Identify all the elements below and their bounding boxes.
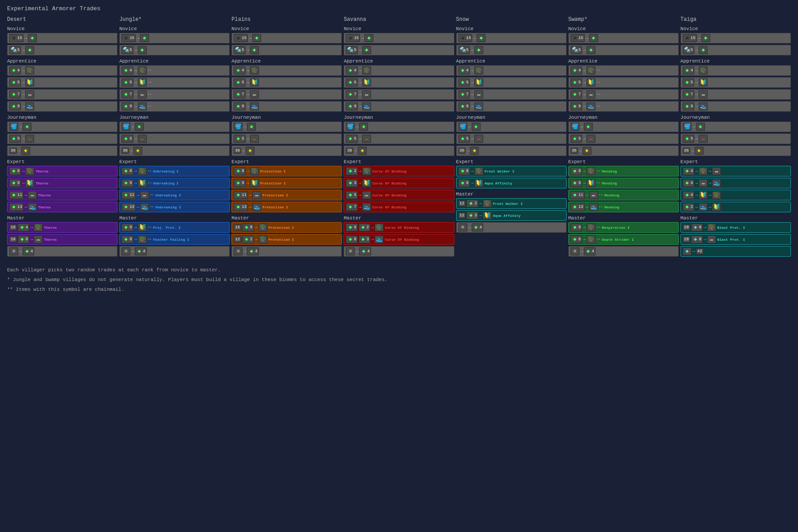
trade-row: ◆11 → ▬ Protection I — [231, 190, 342, 200]
trade-row: ◆9 → 🪖 ** Respiration I — [568, 222, 679, 233]
trade-row: ◆5 → ▬ — [681, 133, 791, 144]
trade-row: ◆5 → 🔰 — [7, 77, 117, 88]
trade-row: ◆5 → ▬ — [344, 133, 454, 144]
trade-row: ◆7 → ▬ ** — [119, 89, 230, 100]
trade-row: 🪣 → ◆ — [7, 121, 117, 132]
trade-row: 36 → ◆ — [681, 145, 791, 156]
trade-row: ◆11 → ▬ Thorns — [7, 190, 117, 200]
trade-row: ◆3 → 🔰 Curse Of Binding — [344, 178, 454, 188]
trade-row: ■ → ◆4 — [344, 246, 454, 257]
trade-row: 36 → ◆ — [7, 145, 117, 156]
trade-row: ◆6 ◆2 → 🪖 Curse Of Binding — [344, 222, 454, 233]
trade-row: ◆2 → 🪖 Curse Of Binding — [344, 166, 454, 176]
trade-row: ◆4 → 🪖 ** — [119, 65, 230, 76]
trade-row: ◆7 → ▬ — [681, 89, 791, 100]
trade-row: 🔩5 → ◆ — [231, 45, 342, 55]
trade-row: ◆5 → 🔰 ** — [568, 77, 679, 88]
trade-row: ◆8 → 🪖 ** Unbreaking I — [119, 166, 230, 176]
trade-row: ◆9 → 👟 — [231, 101, 342, 112]
trade-row: ◆8 → 🪖 ** Mending — [568, 166, 679, 176]
trade-row: 16 ◆4 → 🪖 Thorns — [7, 222, 117, 233]
trade-row: ◆9 → 🔰 ** Proj. Prot. I — [119, 222, 230, 233]
biomes-grid: Desert Novice ◼15 → ◆ 🔩5 → ◆ Apprentice … — [7, 16, 791, 257]
trade-row: 36 → ◆ — [119, 145, 230, 156]
trade-row: 🪣 → ◆ — [568, 121, 679, 132]
trade-row: 16 ◆8 → 🪖 Protection I — [231, 222, 342, 233]
trade-row: ◆9 → 🔰 Thorns — [7, 178, 117, 188]
biome-jungle: Jungle* Novice ◼15 → ◆ 🔩5 → ◆ Apprentice… — [119, 16, 230, 257]
biome-snow: Snow Novice ◼15 → ◆ 🔩5 → ◆ Apprentice ◆4… — [456, 16, 567, 257]
trade-row: ◆8 → 🪖 Frost Walker I — [456, 166, 567, 176]
trade-row: ■ → ◆4 — [456, 222, 567, 233]
trade-row: ◆7 → ▬ — [7, 89, 117, 100]
trade-row: ◆5 → ▬ — [456, 133, 567, 144]
trade-row: ◼15 → ◆ — [7, 33, 117, 43]
trade-row: 🪣 → ◆ — [456, 121, 567, 132]
trade-row: ◆5 → ▬ — [231, 133, 342, 144]
trade-row: ◆5 → ▬ — [7, 133, 117, 144]
trade-row: 12 ◆3 → 🔰 Aqua Affinity — [456, 210, 567, 221]
trade-row: ◆5 → 🔰 — [456, 77, 567, 88]
trade-row: ◆4 → 🪖 — [344, 65, 454, 76]
footnote-2: * Jungle and Swamp villages do not gener… — [7, 276, 791, 285]
trade-row: ◼15 → ◆ — [344, 33, 454, 43]
page-title: Experimental Armorer Trades — [7, 5, 791, 12]
trade-row: ◆8 → 🪖 ** Feather Falling I — [119, 234, 230, 245]
trade-row: ◆9 → 👟 — [7, 101, 117, 112]
trade-row: 🔩5 → ◆ — [568, 45, 679, 55]
trade-row: ◼15 → ◆ — [119, 33, 230, 43]
biome-desert: Desert Novice ◼15 → ◆ 🔩5 → ◆ Apprentice … — [7, 16, 117, 257]
trade-row: ◆8 → 🪖 ** Depth Strider I — [568, 234, 679, 245]
trade-row: ◆7 → ▬ — [456, 89, 567, 100]
trade-row: ◆9 → 🔰 ** Mending — [568, 178, 679, 188]
trade-row: ◆13 → 👟 ** Unbreaking I — [119, 202, 230, 212]
trade-row: ◆8 ◆3 → 👟 Curse Of Binding — [344, 234, 454, 245]
trade-row: ◆4 → 🪖 — [231, 65, 342, 76]
trade-row: ◼15 → ◆ — [568, 33, 679, 43]
footnotes: Each villager picks two random trades at… — [7, 266, 791, 294]
trade-row: ◆7 → ▬ ** — [568, 89, 679, 100]
trade-row: 🪣 → ◆ — [681, 121, 791, 132]
trade-row: 🪣 → ◆ — [344, 121, 454, 132]
footnote-1: Each villager picks two random trades at… — [7, 266, 791, 275]
trade-row: 🔩5 → ◆ — [456, 45, 567, 55]
trade-row: ◆4 → 🪖 ** — [568, 65, 679, 76]
trade-row: ■ → ◆4 — [119, 246, 230, 257]
trade-row: 🪣 → ◆ — [231, 121, 342, 132]
trade-row: ◆8 → 🪖 Thorns — [7, 166, 117, 176]
biome-savanna: Savanna Novice ◼15 → ◆ 🔩5 → ◆ Apprentice… — [344, 16, 454, 257]
trade-row: ■ → ◆4 — [568, 246, 679, 257]
trade-row: ◆5 → 🔰 — [231, 77, 342, 88]
trade-row: 🔩5 → ◆ — [7, 45, 117, 55]
trade-row: ◆9 → 👟 ** — [568, 101, 679, 112]
trade-row: ◆7 → ▬ — [344, 89, 454, 100]
trade-row: ◆9 → 🔰 Aqua Affinity — [456, 178, 567, 188]
trade-row: 🔩5 → ◆ — [344, 45, 454, 55]
trade-row: ◆4 → 🔰 → 🪖 — [681, 190, 791, 200]
trade-row: ◆5 → 🔰 ** — [119, 77, 230, 88]
trade-row: ◆9 → 🔰 Protection I — [231, 178, 342, 188]
trade-row: ◼15 → ◆ — [231, 33, 342, 43]
trade-row: ◆5 → ▬ Curse Of Binding — [344, 190, 454, 200]
trade-row: ◆4 → ▬ → 👟 — [681, 178, 791, 188]
trade-row: ◆7 → ▬ — [231, 89, 342, 100]
trade-row: ◆9 → 👟 — [344, 101, 454, 112]
trade-row: ◆11 → ▬ ** Mending — [568, 190, 679, 200]
trade-row: 36 → ◆ — [456, 145, 567, 156]
trade-row: 36 → ◆ — [568, 145, 679, 156]
trade-row: ◆11 → ▬ ** Unbreaking I — [119, 190, 230, 200]
trade-row: ◆4 → 🪖 — [7, 65, 117, 76]
trade-row: ◼15 → ◆ — [456, 33, 567, 43]
trade-row: 16 ◆8 → ▬ Thorns — [7, 234, 117, 245]
trade-row: 🔩5 → ◆ — [681, 45, 791, 55]
trade-row: ◆13 → 👟 ** Mending — [568, 202, 679, 212]
trade-row: ◆4 → 🪖 — [681, 65, 791, 76]
trade-row: ◆9 → 👟 — [681, 101, 791, 112]
trade-row: 12 ◆2 → 🪖 Protection I — [231, 234, 342, 245]
trade-row: ◆9 → 👟 — [456, 101, 567, 112]
trade-row: 36 → ◆ — [231, 145, 342, 156]
trade-row: ◆13 → 👟 Protection I — [231, 202, 342, 212]
trade-row: 12 ◆2 → 🪖 Frost Walker I — [456, 198, 567, 209]
trade-row: ◆ → 42 — [681, 246, 791, 257]
footnote-3: ** Items with this symbol are chainmail. — [7, 286, 791, 294]
